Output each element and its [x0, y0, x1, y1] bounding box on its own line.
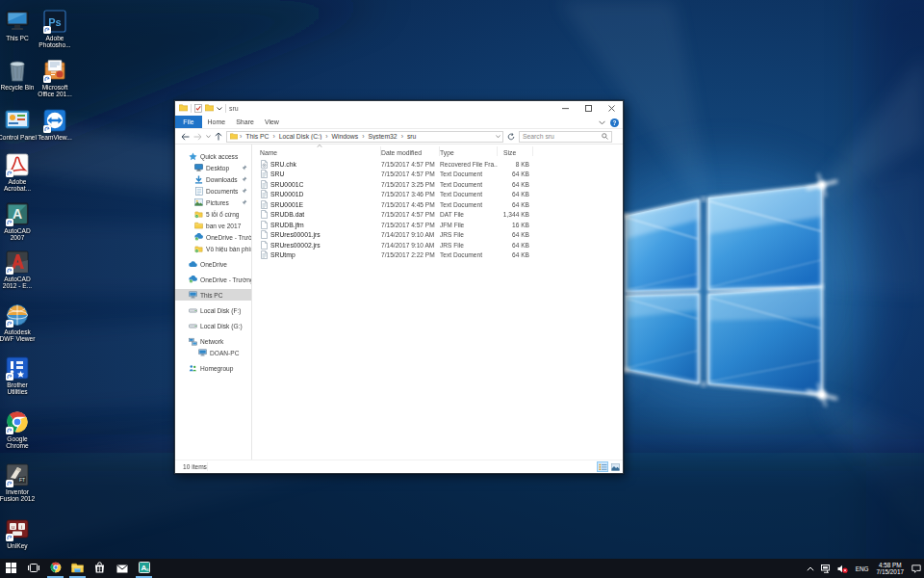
desktop-icon-teamviewer[interactable]: TeamView... [24, 107, 86, 142]
close-button[interactable] [600, 101, 623, 116]
nav-item-v-hi-u-b-n-ph-m[interactable]: Vô hiệu bàn phím [175, 243, 251, 254]
pin-icon [242, 165, 247, 171]
nav-item-onedrive[interactable]: OneDrive [175, 258, 251, 270]
desktop-icon-label: Microsoft Office 201... [38, 85, 71, 98]
nav-item-documents[interactable]: Documents [175, 185, 251, 197]
ribbon-tab-view[interactable]: View [259, 116, 284, 128]
up-button[interactable] [215, 132, 222, 141]
shortcut-arrow-badge [6, 534, 13, 541]
nav-item-desktop[interactable]: Desktop [175, 162, 251, 173]
nav-item-pictures[interactable]: Pictures [175, 197, 251, 208]
nav-item-network[interactable]: Network [175, 335, 251, 347]
nav-item-this-pc[interactable]: This PC [175, 289, 251, 301]
qat-new-folder-button[interactable] [205, 104, 214, 113]
file-row-srudb-jfm[interactable]: SRUDB.jfm 7/15/2017 4:57 PM JFM File 16 … [252, 220, 623, 230]
network-icon[interactable] [818, 559, 834, 578]
file-row-srutmp[interactable]: SRUtmp 7/15/2017 2:22 PM Text Document 6… [252, 250, 623, 261]
nav-item-ban-ve-2017[interactable]: ban ve 2017 [175, 220, 251, 231]
desktop-icon-inventor[interactable]: FT Inventor Fusion 2012 [0, 461, 48, 503]
action-center-icon[interactable] [908, 559, 924, 578]
search-box[interactable]: Search sru [519, 131, 612, 143]
qat-customize-chevron[interactable] [217, 105, 222, 112]
task-view-button[interactable] [22, 559, 44, 578]
nav-item-onedrive-tr-ng[interactable]: OneDrive - Trường Đ [175, 274, 251, 285]
folder-sync-icon [194, 210, 203, 219]
shortcut-arrow-badge [43, 75, 51, 83]
file-row-srudb-dat[interactable]: SRUDB.dat 7/15/2017 4:57 PM DAT File 1,3… [252, 210, 623, 221]
maximize-button[interactable] [577, 101, 600, 116]
column-header-date[interactable]: Date modified [381, 149, 440, 156]
minimize-button[interactable] [553, 101, 577, 116]
breadcrumb-item[interactable]: System32 [366, 133, 398, 140]
nav-item-downloads[interactable]: Downloads [175, 173, 251, 185]
file-row-sru[interactable]: SRU 7/15/2017 4:57 PM Text Document 64 K… [252, 170, 623, 180]
taskbar-app-a[interactable]: Aa [133, 559, 155, 578]
refresh-button[interactable] [507, 133, 515, 141]
tray-chevron-up[interactable] [804, 559, 818, 578]
taskbar-explorer[interactable] [66, 559, 89, 578]
clock[interactable]: 4:58 PM7/15/2017 [873, 562, 908, 576]
address-box[interactable]: ›This PC›Local Disk (C:)›Windows›System3… [226, 131, 503, 143]
recent-locations-chevron[interactable] [206, 135, 211, 139]
file-row-sru0001d[interactable]: SRU0001D 7/15/2017 3:46 PM Text Document… [252, 190, 623, 200]
address-dropdown-chevron[interactable] [496, 133, 500, 140]
file-row-sru0001c[interactable]: SRU0001C 7/15/2017 3:25 PM Text Document… [252, 179, 623, 190]
taskbar-mail[interactable] [111, 559, 133, 578]
nav-item-onedrive-tr-ng[interactable]: OneDrive - Trường Đ [175, 231, 251, 243]
column-header-type[interactable]: Type [440, 149, 498, 156]
windows-desktop: This PC Recycle Bin Control Panel Adobe … [0, 0, 924, 578]
desktop-icon-chrome[interactable]: Google Chrome [0, 408, 48, 450]
doc-plain-icon [261, 210, 268, 219]
taskbar-store[interactable] [89, 559, 111, 578]
breadcrumb-item[interactable]: This PC [244, 133, 270, 140]
titlebar[interactable]: sru [175, 101, 623, 116]
file-row-sru-chk[interactable]: SRU.chk 7/15/2017 4:57 PM Recovered File… [252, 159, 623, 170]
breadcrumb-item[interactable]: sru [405, 133, 418, 140]
desktop-icon-brother[interactable]: Brother Utilities [0, 355, 48, 396]
details-view-button[interactable] [597, 461, 608, 472]
desktop-icon-autocad2012[interactable]: AutoCAD 2012 - E... [0, 249, 48, 290]
file-row-sru0001e[interactable]: SRU0001E 7/15/2017 4:45 PM Text Document… [252, 199, 623, 210]
forward-button[interactable] [193, 133, 202, 141]
nav-item-homegroup[interactable]: Homegroup [175, 362, 251, 374]
file-row-srures00001-jrs[interactable]: SRUres00001.jrs 7/14/2017 9:10 AM JRS Fi… [252, 230, 623, 241]
nav-item-local-disk-f[interactable]: Local Disk (F:) [175, 304, 251, 316]
nav-item-5-l-i-c-ng[interactable]: 5 lỗi ổ cứng [175, 208, 251, 220]
search-icon[interactable] [602, 133, 608, 141]
column-header-size[interactable]: Size [498, 149, 533, 156]
ribbon-tab-home[interactable]: Home [202, 116, 231, 128]
thumbnails-view-button[interactable] [609, 461, 621, 472]
qat-properties-button[interactable] [194, 104, 202, 114]
expand-ribbon-chevron[interactable] [599, 119, 605, 126]
app-a-icon: Aa [139, 560, 150, 577]
help-button[interactable]: ? [610, 118, 619, 127]
ribbon-tab-file[interactable]: File [175, 116, 202, 128]
breadcrumb-item[interactable]: Windows [330, 133, 361, 140]
start-button[interactable] [0, 559, 22, 578]
desktop-icon-unikey[interactable]: ui UniKey [0, 515, 48, 550]
language-indicator[interactable]: ENG [852, 565, 873, 572]
volume-muted-icon[interactable] [834, 559, 852, 578]
desktop-icon-photoshop[interactable]: Ps Adobe Photosho... [24, 8, 86, 49]
file-row-srures00002-jrs[interactable]: SRUres00002.jrs 7/14/2017 9:10 AM JRS Fi… [252, 240, 623, 250]
nav-item-doan-pc[interactable]: DOAN-PC [175, 347, 251, 358]
desktop-icon-office[interactable]: Microsoft Office 201... [24, 57, 86, 98]
sort-ascending-caret [316, 144, 322, 147]
taskbar-chrome[interactable] [44, 559, 66, 578]
desktop-icon-acrobat[interactable]: Adobe Acrobat... [0, 151, 48, 193]
chrome-icon [5, 408, 31, 434]
doc-text-icon [261, 250, 268, 259]
folder-icon [194, 222, 203, 230]
nav-item-quick-access[interactable]: Quick access [175, 150, 251, 162]
desktop-icon-dwf-viewer[interactable]: Autodesk DWF Viewer [0, 302, 48, 343]
explorer-system-icon[interactable] [179, 104, 188, 113]
back-button[interactable] [181, 133, 190, 141]
file-list-pane: Name Date modified Type Size SRU.chk 7/1… [252, 144, 623, 460]
column-header-name[interactable]: Name [252, 149, 381, 156]
nav-item-local-disk-g[interactable]: Local Disk (G:) [175, 320, 251, 331]
breadcrumb-item[interactable]: Local Disk (C:) [277, 133, 324, 140]
picture-icon [194, 198, 203, 207]
ribbon-tab-share[interactable]: Share [231, 116, 260, 128]
desktop-icon-autocad2007[interactable]: A AutoCAD 2007 [0, 200, 48, 242]
taskbar: Aa ENG4:58 PM7/15/2017 [0, 559, 924, 578]
